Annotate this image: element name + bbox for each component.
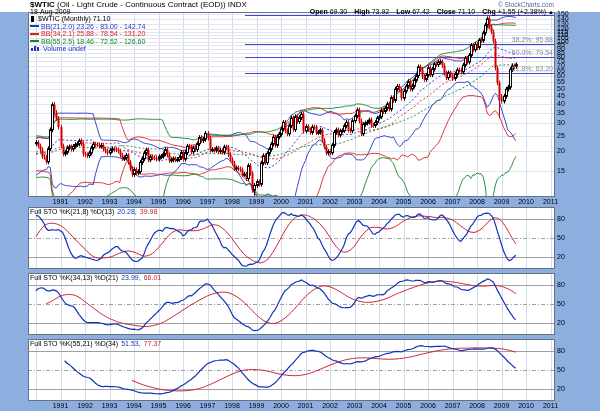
chart-canvas bbox=[0, 0, 600, 411]
stockcharts-price-chart: $WTIC (Oil - Light Crude - Continuous Co… bbox=[0, 0, 600, 411]
